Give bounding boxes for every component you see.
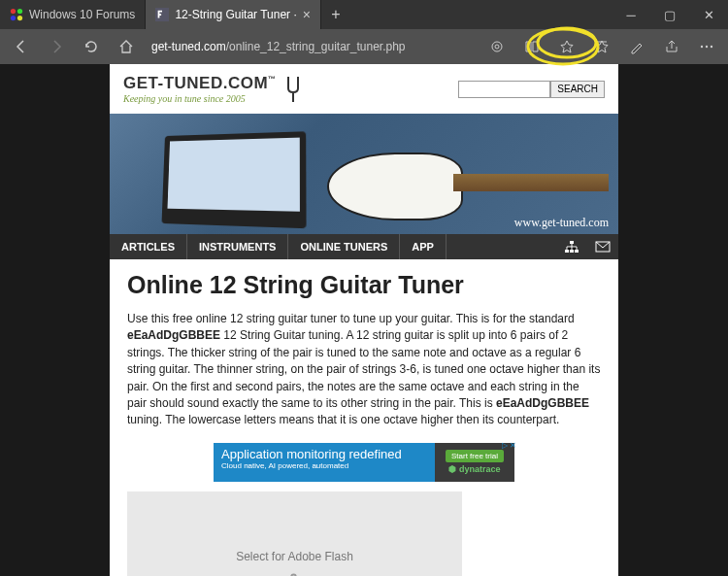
tuning-fork-icon: [282, 75, 304, 104]
new-tab-button[interactable]: +: [321, 0, 350, 29]
page-title: Online 12 String Guitar Tuner: [127, 271, 601, 299]
close-tab-icon[interactable]: ×: [303, 8, 311, 21]
svg-point-0: [11, 9, 16, 14]
maximize-button[interactable]: ▢: [650, 0, 689, 29]
share-icon[interactable]: [658, 33, 685, 60]
nav-articles[interactable]: ARTICLES: [110, 234, 187, 259]
address-bar[interactable]: get-tuned.com/online_12_string_guitar_tu…: [148, 40, 410, 53]
close-window-button[interactable]: ✕: [689, 0, 728, 29]
hub-icon[interactable]: [588, 33, 615, 60]
ad-cta[interactable]: Start free trial: [446, 450, 504, 462]
mail-icon[interactable]: [587, 234, 618, 259]
svg-point-8: [706, 46, 708, 48]
minimize-button[interactable]: ─: [612, 0, 650, 29]
favorites-star-icon[interactable]: [553, 33, 580, 60]
svg-point-3: [17, 16, 22, 20]
reading-list-icon[interactable]: [518, 33, 546, 60]
site-nav: ARTICLES INSTRUMENTS ONLINE TUNERS APP: [110, 234, 618, 259]
browser-tab-inactive[interactable]: Windows 10 Forums: [0, 0, 146, 29]
site-header: GET-TUNED.COM™ Keeping you in tune since…: [110, 64, 618, 114]
svg-point-6: [495, 45, 499, 49]
hero-banner: www.get-tuned.com: [110, 114, 618, 234]
refresh-button[interactable]: [78, 33, 105, 60]
flash-label: Select for Adobe Flash: [236, 550, 353, 563]
extensions-icon[interactable]: [483, 33, 511, 60]
hero-watermark: www.get-tuned.com: [514, 216, 609, 230]
home-button[interactable]: [113, 33, 140, 60]
sitemap-icon[interactable]: [556, 234, 587, 259]
svg-rect-12: [570, 241, 574, 244]
tab-label: Windows 10 Forums: [29, 8, 135, 21]
article-body: Use this free online 12 string guitar tu…: [127, 311, 601, 429]
svg-rect-4: [155, 8, 169, 21]
notes-icon[interactable]: [623, 33, 650, 60]
nav-online-tuners[interactable]: ONLINE TUNERS: [288, 234, 400, 259]
page-content: GET-TUNED.COM™ Keeping you in tune since…: [110, 64, 618, 576]
browser-tab-active[interactable]: 12-String Guitar Tuner · ×: [146, 0, 321, 29]
site-search: SEARCH: [458, 81, 605, 98]
back-button[interactable]: [8, 33, 35, 60]
ad-close-icon[interactable]: ▷ ✕: [502, 441, 516, 450]
ad-subtext: Cloud native, AI powered, automated: [221, 461, 427, 470]
tab-label: 12-String Guitar Tuner ·: [175, 8, 296, 21]
nav-instruments[interactable]: INSTRUMENTS: [187, 234, 288, 259]
window-titlebar: Windows 10 Forums 12-String Guitar Tuner…: [0, 0, 728, 29]
browser-toolbar: get-tuned.com/online_12_string_guitar_tu…: [0, 29, 728, 64]
forward-button[interactable]: [43, 33, 70, 60]
svg-point-2: [11, 16, 16, 20]
favicon-icon: [155, 8, 169, 21]
page-viewport[interactable]: GET-TUNED.COM™ Keeping you in tune since…: [0, 64, 728, 576]
svg-rect-15: [575, 250, 579, 253]
svg-point-1: [17, 9, 22, 14]
favicon-icon: [10, 8, 23, 21]
flash-placeholder[interactable]: Select for Adobe Flash: [127, 491, 462, 576]
ad-headline: Application monitoring redefined: [221, 447, 427, 461]
nav-app[interactable]: APP: [400, 234, 447, 259]
svg-point-9: [711, 46, 712, 48]
svg-point-5: [492, 42, 502, 51]
search-input[interactable]: [458, 81, 550, 98]
svg-point-7: [701, 46, 703, 48]
site-logo[interactable]: GET-TUNED.COM™ Keeping you in tune since…: [123, 74, 304, 104]
svg-rect-14: [570, 250, 574, 253]
svg-rect-13: [565, 250, 569, 253]
ad-brand: ⬢ dynatrace: [448, 464, 500, 474]
ad-banner[interactable]: Application monitoring redefined Cloud n…: [214, 443, 514, 482]
more-icon[interactable]: [693, 33, 720, 60]
search-button[interactable]: SEARCH: [550, 81, 605, 98]
